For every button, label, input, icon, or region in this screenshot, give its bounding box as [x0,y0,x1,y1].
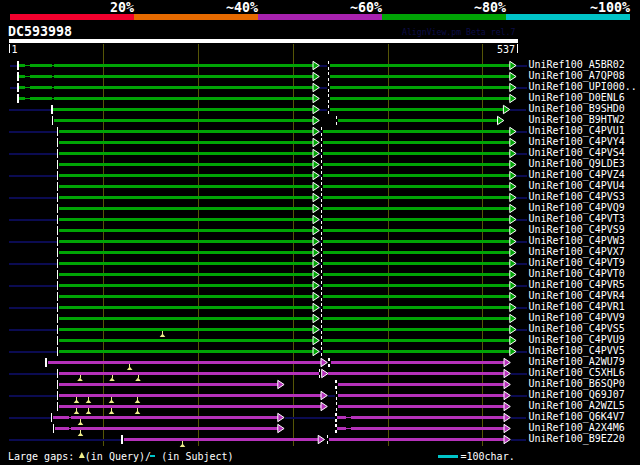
hsp-block [59,372,319,376]
subject-overhang-line [9,241,57,243]
alignment-overview-plot: 20%~40%~60%~80%~100%DC593998AlignView.pm… [0,0,640,465]
segment-resume-tick [321,149,322,152]
hsp-gap-connector [25,98,29,99]
segment-resume-tick [328,72,329,75]
hsp-block [59,196,313,200]
hsp-block [48,361,321,365]
segment-start-tick [57,171,58,180]
segment-resume-tick [328,67,329,70]
segment-resume-tick [321,243,322,246]
segment-resume-tick [328,111,329,114]
query-gap-stem [111,397,112,399]
segment-resume-tick [321,160,322,163]
footer-text: Large gaps: [8,451,80,462]
hsp-block [19,86,25,90]
subject-overhang-line [516,87,526,89]
hsp-block [323,207,509,211]
query-gap-stem [182,441,183,443]
subject-overhang-line [516,153,526,155]
ruler-end-tick [517,44,518,54]
footer-text: (in Query)/ [85,451,151,462]
segment-resume-tick [335,413,336,416]
hsp-block [71,427,277,431]
hsp-block [59,394,321,398]
segment-resume-tick [321,199,322,202]
hsp-block [323,350,509,354]
query-bar [9,39,518,43]
hsp-block [54,64,313,68]
hsp-block [30,97,52,101]
hsp-block [59,328,313,332]
hsp-block [19,64,25,68]
segment-resume-tick [321,226,322,229]
segment-start-tick [57,380,58,389]
hsp-block [59,130,313,134]
segment-resume-tick [321,342,322,345]
segment-start-tick [57,281,58,290]
query-gap-stem [137,408,138,410]
segment-resume-tick [328,61,329,64]
hsp-block [59,207,313,211]
segment-start-tick [17,72,18,81]
subject-overhang-line [9,197,57,199]
hsp-block [30,75,52,79]
hsp-block [338,405,504,409]
segment-resume-tick [321,254,322,257]
subject-overhang-line [511,373,527,375]
hsp-block [59,141,313,145]
subject-overhang-line [516,351,526,353]
segment-start-tick [57,325,58,334]
segment-start-tick [45,358,46,367]
segment-resume-tick [321,303,322,306]
ruler-gridline [293,44,294,446]
segment-start-tick [57,336,58,345]
hsp-block [59,306,313,310]
hsp-block [323,163,509,167]
query-gap-stem [162,331,163,333]
scale-legend-line [438,455,459,458]
query-title: DC593998 [8,24,72,39]
hsp-block [54,97,313,101]
segment-resume-tick [328,358,329,361]
query-gap-stem [112,375,113,377]
segment-resume-tick [321,193,322,196]
segment-resume-tick [335,386,336,389]
hsp-gap-connector [52,76,55,77]
hsp-gap-connector [69,428,72,429]
segment-resume-tick [321,347,322,350]
segment-start-tick [57,226,58,235]
footer-subject-gap-dash-icon [150,455,154,457]
segment-resume-tick [328,105,329,108]
query-gap-stem [80,375,81,377]
segment-resume-tick [319,375,320,378]
segment-resume-tick [321,320,322,323]
hsp-block [328,372,503,376]
segment-resume-tick [321,133,322,136]
ruler-start-tick [9,44,10,54]
segment-resume-tick [336,391,337,394]
segment-resume-tick [321,314,322,317]
hsp-block [338,119,497,123]
segment-resume-tick [321,155,322,158]
segment-resume-tick [321,298,322,301]
segment-resume-tick [321,259,322,262]
identity-key-label: ~80% [474,0,506,15]
query-gap-stem [137,397,138,399]
subject-overhang-line [9,263,57,265]
hsp-block [323,284,509,288]
segment-resume-tick [321,248,322,251]
hsp-block [323,328,509,332]
segment-start-tick [57,270,58,279]
identity-key-label: ~40% [226,0,258,15]
segment-resume-tick [328,78,329,81]
subject-overhang-line [516,197,526,199]
subject-overhang-line [9,219,57,221]
segment-start-tick [51,413,52,422]
hsp-block [59,251,313,255]
segment-start-tick [121,435,122,444]
subject-overhang-line [319,65,327,67]
hsp-block [59,317,313,321]
segment-start-tick [57,204,58,213]
hsp-block [59,339,313,343]
query-gap-stem [76,408,77,410]
